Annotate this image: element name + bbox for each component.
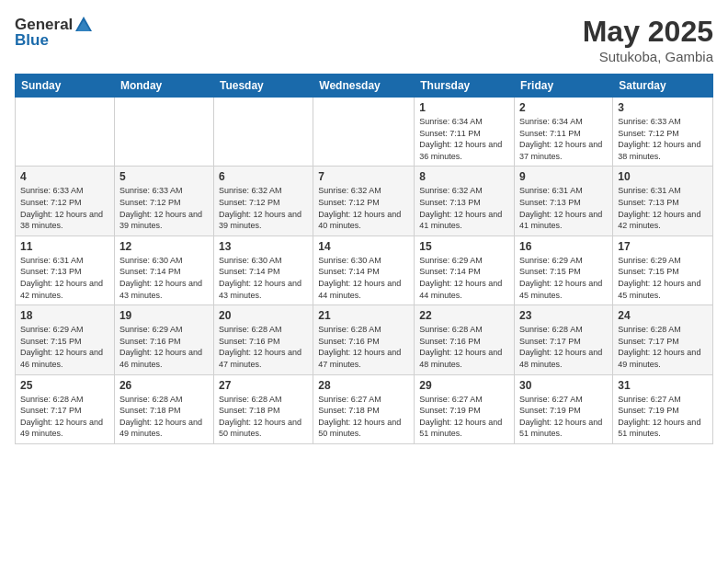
calendar-cell: 26Sunrise: 6:28 AMSunset: 7:18 PMDayligh… (114, 374, 213, 443)
day-number: 28 (318, 379, 409, 392)
calendar-cell (213, 98, 313, 167)
calendar-week-1: 4Sunrise: 6:33 AMSunset: 7:12 PMDaylight… (16, 167, 713, 236)
calendar-cell: 7Sunrise: 6:32 AMSunset: 7:12 PMDaylight… (313, 167, 415, 236)
day-info: Sunrise: 6:34 AMSunset: 7:11 PMDaylight:… (419, 116, 509, 162)
day-info: Sunrise: 6:28 AMSunset: 7:16 PMDaylight:… (219, 324, 308, 370)
calendar-table: SundayMondayTuesdayWednesdayThursdayFrid… (15, 74, 713, 444)
logo-blue: Blue (15, 31, 49, 50)
day-number: 18 (20, 309, 109, 322)
calendar-header-monday: Monday (114, 75, 213, 98)
day-info: Sunrise: 6:28 AMSunset: 7:16 PMDaylight:… (318, 324, 409, 370)
day-info: Sunrise: 6:27 AMSunset: 7:18 PMDaylight:… (318, 394, 409, 440)
day-info: Sunrise: 6:29 AMSunset: 7:16 PMDaylight:… (119, 324, 209, 370)
day-info: Sunrise: 6:30 AMSunset: 7:14 PMDaylight:… (318, 255, 409, 301)
calendar-header-row: SundayMondayTuesdayWednesdayThursdayFrid… (16, 75, 713, 98)
day-number: 3 (618, 101, 708, 114)
calendar-header-saturday: Saturday (613, 75, 713, 98)
day-number: 13 (219, 240, 308, 253)
calendar-cell: 2Sunrise: 6:34 AMSunset: 7:11 PMDaylight… (515, 98, 613, 167)
calendar-cell (16, 98, 115, 167)
page: General Blue May 2025 Sutukoba, Gambia S… (0, 0, 728, 563)
day-info: Sunrise: 6:28 AMSunset: 7:18 PMDaylight:… (119, 394, 209, 440)
calendar-cell: 21Sunrise: 6:28 AMSunset: 7:16 PMDayligh… (313, 305, 415, 374)
calendar-cell (313, 98, 415, 167)
day-number: 11 (20, 240, 109, 253)
calendar-cell: 20Sunrise: 6:28 AMSunset: 7:16 PMDayligh… (213, 305, 313, 374)
calendar-cell: 17Sunrise: 6:29 AMSunset: 7:15 PMDayligh… (613, 236, 713, 304)
day-info: Sunrise: 6:31 AMSunset: 7:13 PMDaylight:… (20, 255, 109, 301)
calendar-cell: 9Sunrise: 6:31 AMSunset: 7:13 PMDaylight… (515, 167, 613, 236)
day-info: Sunrise: 6:28 AMSunset: 7:17 PMDaylight:… (618, 324, 708, 370)
calendar-cell: 22Sunrise: 6:28 AMSunset: 7:16 PMDayligh… (415, 305, 515, 374)
calendar-cell: 29Sunrise: 6:27 AMSunset: 7:19 PMDayligh… (415, 374, 515, 443)
day-number: 5 (119, 170, 209, 183)
calendar-cell: 6Sunrise: 6:32 AMSunset: 7:12 PMDaylight… (213, 167, 313, 236)
calendar-week-3: 18Sunrise: 6:29 AMSunset: 7:15 PMDayligh… (16, 305, 713, 374)
day-number: 26 (119, 379, 209, 392)
day-info: Sunrise: 6:28 AMSunset: 7:18 PMDaylight:… (219, 394, 308, 440)
day-number: 25 (20, 379, 109, 392)
calendar-cell: 23Sunrise: 6:28 AMSunset: 7:17 PMDayligh… (515, 305, 613, 374)
day-number: 20 (219, 309, 308, 322)
calendar-cell: 28Sunrise: 6:27 AMSunset: 7:18 PMDayligh… (313, 374, 415, 443)
day-info: Sunrise: 6:31 AMSunset: 7:13 PMDaylight:… (519, 185, 608, 231)
day-number: 24 (618, 309, 708, 322)
day-info: Sunrise: 6:33 AMSunset: 7:12 PMDaylight:… (20, 185, 109, 231)
title-block: May 2025 Sutukoba, Gambia (583, 15, 713, 64)
calendar-cell: 10Sunrise: 6:31 AMSunset: 7:13 PMDayligh… (613, 167, 713, 236)
day-number: 1 (419, 101, 509, 114)
day-number: 2 (519, 101, 608, 114)
day-number: 21 (318, 309, 409, 322)
calendar-cell: 31Sunrise: 6:27 AMSunset: 7:19 PMDayligh… (613, 374, 713, 443)
calendar-header-wednesday: Wednesday (313, 75, 415, 98)
day-info: Sunrise: 6:31 AMSunset: 7:13 PMDaylight:… (618, 185, 708, 231)
day-number: 17 (618, 240, 708, 253)
calendar-header-sunday: Sunday (16, 75, 115, 98)
day-number: 22 (419, 309, 509, 322)
calendar-cell (114, 98, 213, 167)
calendar-header-friday: Friday (515, 75, 613, 98)
day-number: 6 (219, 170, 308, 183)
calendar-cell: 1Sunrise: 6:34 AMSunset: 7:11 PMDaylight… (415, 98, 515, 167)
calendar-cell: 24Sunrise: 6:28 AMSunset: 7:17 PMDayligh… (613, 305, 713, 374)
calendar-cell: 15Sunrise: 6:29 AMSunset: 7:14 PMDayligh… (415, 236, 515, 304)
day-info: Sunrise: 6:28 AMSunset: 7:17 PMDaylight:… (519, 324, 608, 370)
day-number: 4 (20, 170, 109, 183)
day-info: Sunrise: 6:27 AMSunset: 7:19 PMDaylight:… (519, 394, 608, 440)
day-info: Sunrise: 6:29 AMSunset: 7:14 PMDaylight:… (419, 255, 509, 301)
day-number: 15 (419, 240, 509, 253)
day-number: 27 (219, 379, 308, 392)
logo-icon (74, 15, 94, 35)
calendar-cell: 3Sunrise: 6:33 AMSunset: 7:12 PMDaylight… (613, 98, 713, 167)
day-info: Sunrise: 6:32 AMSunset: 7:12 PMDaylight:… (318, 185, 409, 231)
page-title: May 2025 (583, 15, 713, 49)
calendar-cell: 16Sunrise: 6:29 AMSunset: 7:15 PMDayligh… (515, 236, 613, 304)
day-info: Sunrise: 6:33 AMSunset: 7:12 PMDaylight:… (119, 185, 209, 231)
calendar-cell: 30Sunrise: 6:27 AMSunset: 7:19 PMDayligh… (515, 374, 613, 443)
logo: General Blue (15, 15, 95, 50)
day-number: 31 (618, 379, 708, 392)
day-info: Sunrise: 6:33 AMSunset: 7:12 PMDaylight:… (618, 116, 708, 162)
calendar-week-4: 25Sunrise: 6:28 AMSunset: 7:17 PMDayligh… (16, 374, 713, 443)
day-info: Sunrise: 6:27 AMSunset: 7:19 PMDaylight:… (618, 394, 708, 440)
day-info: Sunrise: 6:32 AMSunset: 7:13 PMDaylight:… (419, 185, 509, 231)
calendar-cell: 11Sunrise: 6:31 AMSunset: 7:13 PMDayligh… (16, 236, 115, 304)
day-number: 12 (119, 240, 209, 253)
calendar-week-0: 1Sunrise: 6:34 AMSunset: 7:11 PMDaylight… (16, 98, 713, 167)
day-number: 10 (618, 170, 708, 183)
day-number: 30 (519, 379, 608, 392)
day-info: Sunrise: 6:28 AMSunset: 7:16 PMDaylight:… (419, 324, 509, 370)
day-info: Sunrise: 6:32 AMSunset: 7:12 PMDaylight:… (219, 185, 308, 231)
calendar-cell: 25Sunrise: 6:28 AMSunset: 7:17 PMDayligh… (16, 374, 115, 443)
day-number: 9 (519, 170, 608, 183)
header: General Blue May 2025 Sutukoba, Gambia (15, 15, 713, 64)
calendar-cell: 18Sunrise: 6:29 AMSunset: 7:15 PMDayligh… (16, 305, 115, 374)
calendar-cell: 19Sunrise: 6:29 AMSunset: 7:16 PMDayligh… (114, 305, 213, 374)
day-number: 29 (419, 379, 509, 392)
day-number: 14 (318, 240, 409, 253)
calendar-header-tuesday: Tuesday (213, 75, 313, 98)
day-info: Sunrise: 6:27 AMSunset: 7:19 PMDaylight:… (419, 394, 509, 440)
calendar-cell: 4Sunrise: 6:33 AMSunset: 7:12 PMDaylight… (16, 167, 115, 236)
page-location: Sutukoba, Gambia (583, 49, 713, 64)
day-number: 19 (119, 309, 209, 322)
